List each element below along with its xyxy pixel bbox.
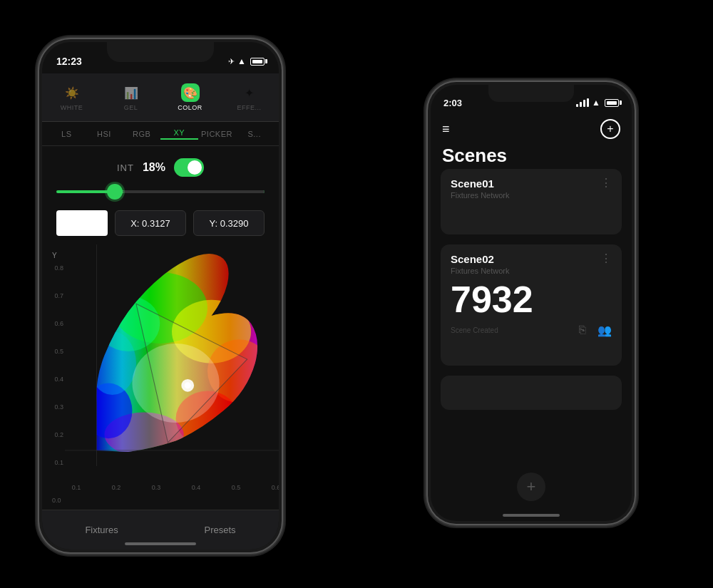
phone2-home-indicator xyxy=(503,514,560,517)
cie-x-tick-02: 0.2 xyxy=(109,484,123,491)
int-toggle[interactable] xyxy=(174,158,204,177)
scene-card-1-header: Scene01 Fixtures Network ⋮ xyxy=(441,169,622,202)
tab-gel[interactable]: 📊 GEL xyxy=(101,83,160,111)
scene2-created-label: Scene Created xyxy=(451,326,498,334)
wifi-icon: ▲ xyxy=(237,56,246,66)
signal-bar-2 xyxy=(580,102,582,107)
scene2-more-button[interactable]: ⋮ xyxy=(600,253,612,264)
phone1-screen: 12:23 ✈ ▲ ☀️ WHITE 📊 GEL 🎨 xyxy=(42,42,279,550)
tab-color-label: COLOR xyxy=(178,104,202,111)
scene1-subtitle: Fixtures Network xyxy=(451,191,510,200)
phone2-time: 2:03 xyxy=(443,98,462,108)
signal-bar-3 xyxy=(583,100,585,107)
phone2-device: 2:03 ▲ ≡ + Scenes xyxy=(428,82,635,524)
cie-horseshoe-svg[interactable] xyxy=(65,244,279,466)
scene-card-2[interactable]: Scene02 Fixtures Network ⋮ 7932 Scene Cr… xyxy=(441,244,622,366)
cie-y-tick-01: 0.1 xyxy=(49,459,63,466)
cie-x-tick-06: 0.6 xyxy=(269,484,279,491)
phone1-status-icons: ✈ ▲ xyxy=(228,56,265,66)
phone1-notch xyxy=(107,42,214,62)
scene1-name: Scene01 xyxy=(451,177,510,190)
scene-card-3 xyxy=(441,376,622,410)
scene1-more-button[interactable]: ⋮ xyxy=(600,177,612,189)
slider-track-unfilled xyxy=(123,190,265,193)
tab-white[interactable]: ☀️ WHITE xyxy=(42,83,101,111)
subtab-s[interactable]: S... xyxy=(235,130,273,138)
scene2-action-icons: ⎘ 👥 xyxy=(579,324,612,337)
add-scene-nav-button[interactable]: + xyxy=(600,119,620,139)
cie-x-tick-01: 0.1 xyxy=(69,484,83,491)
signal-bar-1 xyxy=(576,104,578,107)
cie-chart-area: Y 0.8 0.7 0.6 0.5 0.4 0.3 0.2 0.1 A.GAMU… xyxy=(42,244,279,510)
scene-card-1-info: Scene01 Fixtures Network xyxy=(451,177,510,200)
phone2-nav-bar: ≡ + xyxy=(431,113,632,145)
cie-x-tick-04: 0.4 xyxy=(189,484,203,491)
scene-card-2-info: Scene02 Fixtures Network xyxy=(451,253,510,275)
scene2-footer: Scene Created ⎘ 👥 xyxy=(441,318,622,343)
cie-y-tick-04: 0.4 xyxy=(49,376,63,383)
tab-effects-label: EFFE... xyxy=(237,104,261,111)
cie-y-tick-06: 0.6 xyxy=(49,320,63,327)
cie-y-tick-03: 0.3 xyxy=(49,403,63,411)
color-preview-row: X: 0.3127 Y: 0.3290 xyxy=(56,209,265,237)
int-row: INT 18% xyxy=(42,155,279,180)
signal-bars-icon xyxy=(576,98,589,107)
subtab-rgb[interactable]: RGB xyxy=(123,130,160,138)
cie-y-tick-02: 0.2 xyxy=(49,431,63,438)
int-slider[interactable] xyxy=(56,185,265,199)
subtab-xy[interactable]: XY xyxy=(160,128,198,140)
int-label: INT xyxy=(117,163,134,173)
phone1-sub-tab-bar: LS HSI RGB XY PICKER S... xyxy=(42,122,279,146)
plane-icon: ✈ xyxy=(228,57,235,66)
subtab-hsi[interactable]: HSI xyxy=(86,130,123,138)
phone1-device: 12:23 ✈ ▲ ☀️ WHITE 📊 GEL 🎨 xyxy=(39,39,282,552)
cie-x-ticks: 0.1 0.2 0.3 0.4 0.5 0.6 0.7 xyxy=(69,484,279,491)
cie-y-tick-05: 0.5 xyxy=(49,348,63,355)
subtab-ls[interactable]: LS xyxy=(48,130,86,138)
phone1-home-indicator xyxy=(125,542,196,545)
wifi-icon2: ▲ xyxy=(592,98,600,108)
y-coord-box[interactable]: Y: 0.3290 xyxy=(193,210,265,236)
bottom-tab-fixtures[interactable]: Fixtures xyxy=(85,525,118,535)
scene-card-2-header: Scene02 Fixtures Network ⋮ xyxy=(441,244,622,278)
phone1-time: 12:23 xyxy=(56,56,82,67)
scene2-number: 7932 xyxy=(441,278,622,318)
phone2-status-icons: ▲ xyxy=(576,98,619,108)
int-value: 18% xyxy=(143,161,165,174)
color-swatch[interactable] xyxy=(56,210,108,236)
color-tab-icon: 🎨 xyxy=(181,83,200,102)
cie-y-tick-08: 0.8 xyxy=(49,264,63,272)
svg-point-13 xyxy=(185,382,191,388)
slider-thumb[interactable] xyxy=(107,184,123,200)
phone2-notch xyxy=(488,85,574,102)
app-scene: 12:23 ✈ ▲ ☀️ WHITE 📊 GEL 🎨 xyxy=(0,0,713,588)
slider-track xyxy=(56,190,265,193)
phone1-tab-bar: ☀️ WHITE 📊 GEL 🎨 COLOR ✦ EFFE... xyxy=(42,73,279,122)
battery-icon2 xyxy=(605,99,619,107)
tab-effects[interactable]: ✦ EFFE... xyxy=(220,83,279,111)
cie-y-tick-07: 0.7 xyxy=(49,292,63,299)
menu-icon[interactable]: ≡ xyxy=(442,122,450,137)
bottom-tab-presets[interactable]: Presets xyxy=(205,525,236,535)
tab-color[interactable]: 🎨 COLOR xyxy=(160,83,220,111)
gel-tab-icon: 📊 xyxy=(122,83,140,102)
scene2-subtitle: Fixtures Network xyxy=(451,267,510,275)
add-scene-button[interactable]: + xyxy=(517,473,545,501)
scene2-name: Scene02 xyxy=(451,253,510,265)
subtab-picker[interactable]: PICKER xyxy=(198,130,236,138)
cie-x-tick-03: 0.3 xyxy=(149,484,163,491)
effects-tab-icon: ✦ xyxy=(240,83,259,102)
users-icon[interactable]: 👥 xyxy=(597,324,612,337)
share-icon[interactable]: ⎘ xyxy=(579,324,586,337)
cie-y-axis-label: Y xyxy=(52,252,57,259)
white-tab-icon: ☀️ xyxy=(63,83,81,102)
cie-x-tick-05: 0.5 xyxy=(229,484,243,491)
cie-y-ticks: 0.8 0.7 0.6 0.5 0.4 0.3 0.2 0.1 xyxy=(49,264,63,466)
battery-icon xyxy=(250,58,265,66)
phone2-screen: 2:03 ▲ ≡ + Scenes xyxy=(431,85,632,521)
tab-gel-label: GEL xyxy=(124,104,138,111)
x-coord-box[interactable]: X: 0.3127 xyxy=(115,210,186,236)
scene-card-1[interactable]: Scene01 Fixtures Network ⋮ xyxy=(441,169,622,234)
tab-white-label: WHITE xyxy=(61,104,83,111)
scenes-title: Scenes xyxy=(442,145,507,167)
